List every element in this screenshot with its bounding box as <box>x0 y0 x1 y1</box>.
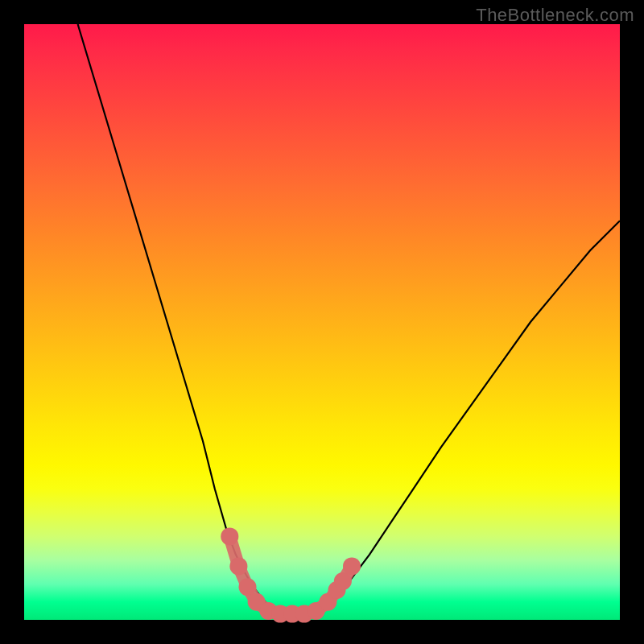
left-curve-line <box>78 24 281 614</box>
chart-svg <box>24 24 620 620</box>
data-point <box>239 578 257 596</box>
data-point <box>334 572 352 590</box>
watermark-text: TheBottleneck.com <box>476 5 634 26</box>
data-point <box>221 527 238 545</box>
chart-plot-area <box>24 24 620 620</box>
data-point <box>343 557 361 575</box>
data-point <box>229 557 247 575</box>
right-curve-line <box>316 221 620 613</box>
